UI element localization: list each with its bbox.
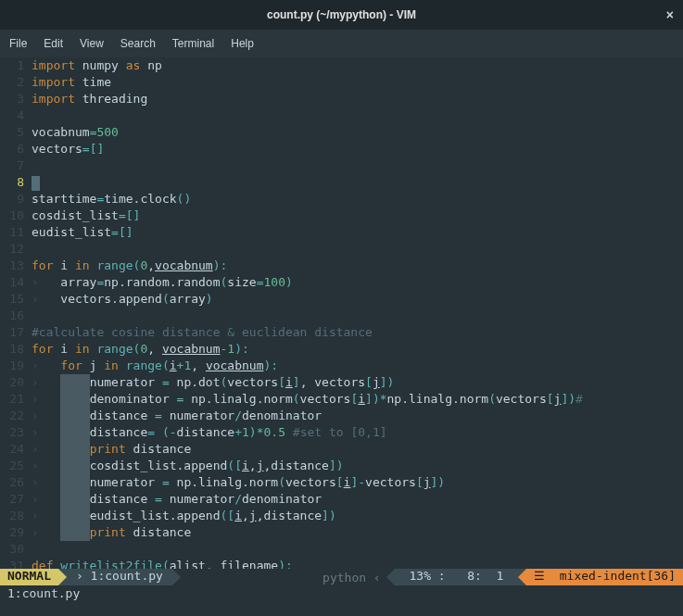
code-line <box>32 107 683 124</box>
code-line <box>32 157 683 174</box>
line-number: 6 <box>0 141 32 157</box>
code-line: import numpy as np <box>32 57 683 74</box>
editor-area[interactable]: 1import numpy as np 2import time 3import… <box>0 57 683 602</box>
code-line: › › distance= (-distance+1)*0.5 #set to … <box>32 424 683 441</box>
code-line: › vectors.append(array) <box>32 291 683 308</box>
menu-help[interactable]: Help <box>231 37 254 50</box>
line-number: 10 <box>0 207 32 224</box>
line-number: 14 <box>0 274 32 291</box>
status-filename: › 1:count.py <box>67 569 172 585</box>
line-number: 17 <box>0 324 32 341</box>
code-line: › › distance = numerator/denominator <box>32 408 683 424</box>
line-number: 5 <box>0 124 32 141</box>
line-number: 15 <box>0 291 32 308</box>
line-number: 22 <box>0 408 32 424</box>
code-line: for i in range(0,vocabnum): <box>32 258 683 274</box>
code-line: import threading <box>32 91 683 107</box>
menu-edit[interactable]: Edit <box>44 37 63 50</box>
separator-icon <box>518 569 526 585</box>
status-bar: NORMAL › 1:count.py python ‹ 13% : 8: 1 … <box>0 569 683 585</box>
line-number: 25 <box>0 458 32 474</box>
code-line: cosdist_list=[] <box>32 207 683 224</box>
line-number: 11 <box>0 224 32 241</box>
code-line: › › distance = numerator/denominator <box>32 491 683 508</box>
code-line-current <box>32 174 683 191</box>
line-number: 26 <box>0 474 32 491</box>
menu-file[interactable]: File <box>9 37 27 50</box>
code-line <box>32 308 683 324</box>
separator-icon <box>386 569 395 585</box>
code-line: eudist_list=[] <box>32 224 683 241</box>
line-number: 30 <box>0 541 32 558</box>
close-icon[interactable]: × <box>666 7 674 22</box>
code-line: vectors=[] <box>32 141 683 157</box>
line-number: 23 <box>0 424 32 441</box>
code-line: › › print distance <box>32 524 683 541</box>
code-line: › › print distance <box>32 441 683 458</box>
code-line: › array=np.random.random(size=100) <box>32 274 683 291</box>
line-number: 12 <box>0 241 32 258</box>
cursor <box>32 176 40 191</box>
status-position: 13% : 8: 1 <box>395 569 518 585</box>
vim-mode: NORMAL <box>0 569 58 585</box>
line-number: 27 <box>0 491 32 508</box>
separator-icon <box>58 569 67 585</box>
status-warning: ☰ mixed-indent[36] <box>526 569 683 585</box>
line-number: 13 <box>0 258 32 274</box>
code-line: › › denominator = np.linalg.norm(vectors… <box>32 391 683 408</box>
line-number-current: 8 <box>0 174 32 191</box>
line-number: 4 <box>0 107 32 124</box>
code-line <box>32 541 683 558</box>
line-number: 29 <box>0 524 32 541</box>
code-line: starttime=time.clock() <box>32 191 683 207</box>
line-number: 20 <box>0 374 32 391</box>
line-number: 24 <box>0 441 32 458</box>
separator-icon <box>172 569 181 585</box>
code-line: › › numerator = np.linalg.norm(vectors[i… <box>32 474 683 491</box>
menu-search[interactable]: Search <box>120 37 156 50</box>
code-line: › for j in range(i+1, vocabnum): <box>32 358 683 374</box>
code-line: import time <box>32 74 683 91</box>
line-number: 19 <box>0 358 32 374</box>
line-number: 2 <box>0 74 32 91</box>
window-titlebar: count.py (~/mypython) - VIM × <box>0 0 683 30</box>
line-number: 21 <box>0 391 32 408</box>
line-number: 16 <box>0 308 32 324</box>
code-line: for i in range(0, vocabnum-1): <box>32 341 683 358</box>
line-number: 28 <box>0 508 32 524</box>
code-line: › › eudist_list.append([i,j,distance]) <box>32 508 683 524</box>
code-line: #calculate cosine distance & euclidean d… <box>32 324 683 341</box>
line-number: 9 <box>0 191 32 207</box>
code-line: › › cosdist_list.append([i,j,distance]) <box>32 458 683 474</box>
code-line: › › numerator = np.dot(vectors[i], vecto… <box>32 374 683 391</box>
status-filetype: python ‹ <box>181 569 386 585</box>
command-line[interactable]: 1:count.py <box>0 585 683 602</box>
line-number: 18 <box>0 341 32 358</box>
line-number: 1 <box>0 57 32 74</box>
line-number: 7 <box>0 157 32 174</box>
window-title: count.py (~/mypython) - VIM <box>0 8 683 21</box>
code-line: vocabnum=500 <box>32 124 683 141</box>
menu-terminal[interactable]: Terminal <box>172 37 214 50</box>
menu-bar: File Edit View Search Terminal Help <box>0 30 683 57</box>
code-line <box>32 241 683 258</box>
menu-view[interactable]: View <box>80 37 104 50</box>
line-number: 3 <box>0 91 32 107</box>
